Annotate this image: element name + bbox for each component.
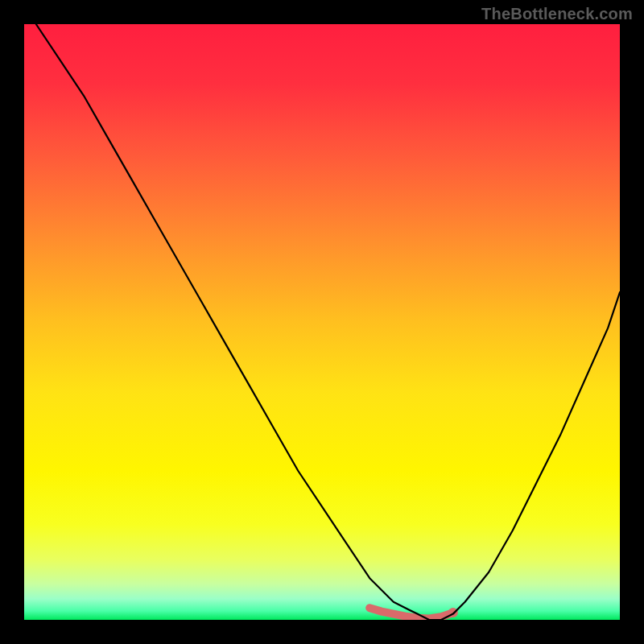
chart-frame: TheBottleneck.com — [0, 0, 644, 644]
optimal-range-highlight-path — [369, 608, 453, 618]
credit-label: TheBottleneck.com — [481, 5, 633, 23]
plot-area — [24, 24, 620, 620]
bottleneck-curve-path — [36, 24, 620, 620]
curve-layer — [24, 24, 620, 620]
